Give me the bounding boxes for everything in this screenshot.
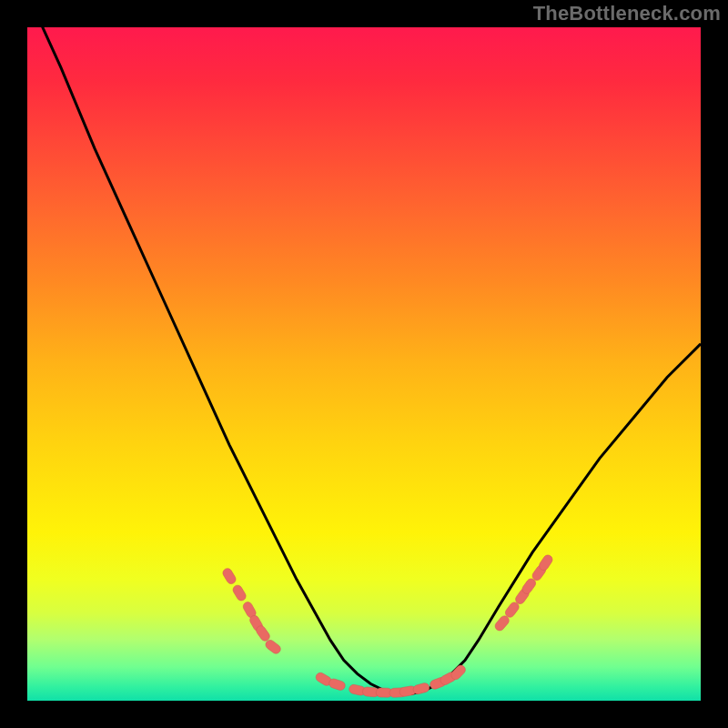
curve-marker (412, 682, 430, 695)
marker-group (221, 553, 554, 698)
watermark-text: TheBottleneck.com (533, 2, 721, 25)
curve-marker (328, 678, 346, 692)
bottleneck-curve (27, 27, 701, 694)
chart-svg (27, 27, 701, 701)
curve-marker (231, 583, 248, 602)
curve-marker (221, 567, 238, 586)
outer-frame: TheBottleneck.com (0, 0, 728, 728)
plot-area (27, 27, 701, 701)
